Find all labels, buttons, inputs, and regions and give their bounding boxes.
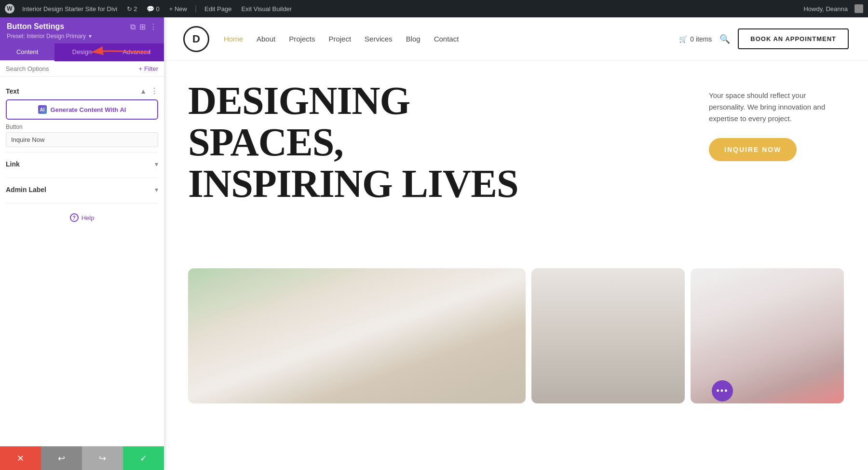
panel-tabs: Content Design Advanced bbox=[0, 43, 164, 61]
text-section-more-icon[interactable]: ⋮ bbox=[150, 86, 158, 96]
redo-button[interactable]: ↪ bbox=[82, 446, 123, 470]
hero-title-line3: INSPIRING LIVES bbox=[188, 163, 699, 205]
nav-item-services[interactable]: Services bbox=[365, 35, 393, 43]
link-section-chevron-icon: ▾ bbox=[155, 160, 158, 168]
admin-bar: W Interior Design Starter Site for Divi … bbox=[0, 0, 868, 17]
nav-item-projects[interactable]: Projects bbox=[289, 35, 315, 43]
comments-link[interactable]: 💬0 bbox=[145, 5, 161, 13]
panel-title: Button Settings bbox=[7, 22, 92, 31]
tab-design[interactable]: Design bbox=[54, 43, 109, 61]
nav-item-home[interactable]: Home bbox=[224, 35, 243, 43]
panel-search-bar: + Filter bbox=[0, 61, 164, 77]
preset-chevron-icon: ▾ bbox=[89, 33, 92, 40]
site-name-link[interactable]: Interior Design Starter Site for Divi bbox=[20, 5, 119, 13]
panel-preset-row: Preset: Interior Design Primary ▾ bbox=[7, 33, 92, 40]
preset-label[interactable]: Preset: Interior Design Primary bbox=[7, 33, 86, 40]
cart-count: 0 items bbox=[690, 35, 712, 43]
panel-footer: ✕ ↩ ↪ ✓ bbox=[0, 446, 164, 470]
panel-content: Text ▲ ⋮ AI Generate Content With AI But… bbox=[0, 77, 164, 446]
hero-section: DESIGNING SPACES, INSPIRING LIVES Your s… bbox=[164, 61, 868, 268]
redo-icon: ↪ bbox=[99, 453, 106, 464]
tab-content[interactable]: Content bbox=[0, 43, 54, 61]
filter-label: Filter bbox=[144, 65, 158, 72]
text-section-chevron-up-icon: ▲ bbox=[140, 87, 147, 95]
cart-area[interactable]: 🛒 0 items bbox=[679, 35, 712, 43]
dots-icon: ••• bbox=[717, 386, 729, 396]
gallery-image-2 bbox=[531, 268, 685, 403]
hero-title-line2: SPACES, bbox=[188, 122, 699, 163]
search-options-input[interactable] bbox=[6, 65, 135, 72]
revisions-link[interactable]: ↻2 bbox=[125, 5, 139, 13]
help-label: Help bbox=[81, 214, 95, 221]
gallery-image-1 bbox=[188, 268, 526, 403]
button-text-input[interactable] bbox=[6, 132, 158, 147]
site-menu: Home About Projects Project Services Blo… bbox=[224, 35, 459, 43]
user-avatar bbox=[854, 4, 863, 13]
gallery-image-3 bbox=[691, 268, 844, 403]
grid-icon[interactable]: ⊞ bbox=[139, 22, 146, 31]
text-section: Text ▲ ⋮ AI Generate Content With AI But… bbox=[6, 83, 158, 152]
wp-logo-icon[interactable]: W bbox=[5, 4, 14, 14]
hero-title-line1: DESIGNING bbox=[188, 80, 699, 122]
filter-plus-icon: + bbox=[139, 65, 143, 72]
link-section-title: Link bbox=[6, 160, 20, 168]
more-options-icon[interactable]: ⋮ bbox=[149, 22, 157, 31]
separator: | bbox=[195, 4, 197, 13]
filter-button[interactable]: + Filter bbox=[139, 65, 158, 72]
cancel-icon: ✕ bbox=[17, 453, 24, 464]
hero-left: DESIGNING SPACES, INSPIRING LIVES bbox=[188, 80, 699, 259]
tab-advanced[interactable]: Advanced bbox=[109, 43, 164, 61]
ai-button-label: Generate Content With AI bbox=[51, 106, 126, 113]
help-question-icon: ? bbox=[70, 213, 79, 222]
text-section-header[interactable]: Text ▲ ⋮ bbox=[6, 83, 158, 99]
float-dots-button[interactable]: ••• bbox=[712, 380, 733, 401]
left-panel: Button Settings Preset: Interior Design … bbox=[0, 17, 164, 470]
gallery-section: ••• bbox=[164, 268, 868, 413]
copy-icon[interactable]: ⧉ bbox=[130, 23, 136, 31]
nav-item-project[interactable]: Project bbox=[328, 35, 351, 43]
site-logo[interactable]: D bbox=[183, 26, 209, 52]
admin-label-section-title: Admin Label bbox=[6, 186, 46, 194]
ai-icon: AI bbox=[38, 105, 47, 114]
hero-tagline: Your space should reflect your personali… bbox=[709, 90, 844, 124]
main-content: D Home About Projects Project Services B… bbox=[164, 17, 868, 470]
text-section-title: Text bbox=[6, 87, 19, 95]
nav-item-about[interactable]: About bbox=[257, 35, 275, 43]
book-appointment-button[interactable]: BOOK AN APPOINTMENT bbox=[738, 28, 849, 49]
hero-title: DESIGNING SPACES, INSPIRING LIVES bbox=[188, 80, 699, 205]
exit-visual-builder-link[interactable]: Exit Visual Builder bbox=[239, 5, 294, 13]
gallery-img-interior-3 bbox=[691, 268, 844, 403]
help-section[interactable]: ? Help bbox=[6, 207, 158, 229]
button-field-label: Button bbox=[6, 124, 158, 130]
link-section-icons: ▾ bbox=[155, 160, 158, 168]
new-content-button[interactable]: + New bbox=[167, 5, 189, 13]
admin-label-section-header[interactable]: Admin Label ▾ bbox=[6, 181, 158, 198]
gallery-img-interior-2 bbox=[531, 268, 685, 403]
gallery-img-interior-1 bbox=[188, 268, 526, 403]
hero-right: Your space should reflect your personali… bbox=[699, 80, 844, 259]
cancel-button[interactable]: ✕ bbox=[0, 446, 41, 470]
admin-label-section-icons: ▾ bbox=[155, 186, 158, 194]
edit-page-link[interactable]: Edit Page bbox=[203, 5, 233, 13]
generate-ai-button[interactable]: AI Generate Content With AI bbox=[6, 99, 158, 120]
save-button[interactable]: ✓ bbox=[123, 446, 164, 470]
admin-label-chevron-icon: ▾ bbox=[155, 186, 158, 194]
nav-item-contact[interactable]: Contact bbox=[434, 35, 459, 43]
panel-header-icons: ⧉ ⊞ ⋮ bbox=[130, 22, 157, 31]
search-icon[interactable]: 🔍 bbox=[719, 34, 730, 44]
admin-bar-right: Howdy, Deanna bbox=[801, 4, 863, 13]
howdy-label: Howdy, Deanna bbox=[801, 5, 850, 13]
site-nav: D Home About Projects Project Services B… bbox=[164, 17, 868, 61]
link-section-header[interactable]: Link ▾ bbox=[6, 155, 158, 173]
undo-icon: ↩ bbox=[58, 453, 65, 464]
nav-item-blog[interactable]: Blog bbox=[406, 35, 420, 43]
text-section-icons: ▲ ⋮ bbox=[140, 86, 158, 96]
inquire-now-button[interactable]: INQUIRE NOW bbox=[709, 138, 797, 161]
site-nav-right: 🛒 0 items 🔍 BOOK AN APPOINTMENT bbox=[679, 28, 849, 49]
cart-icon: 🛒 bbox=[679, 35, 687, 43]
admin-label-section: Admin Label ▾ bbox=[6, 181, 158, 204]
panel-header: Button Settings Preset: Interior Design … bbox=[0, 17, 164, 43]
button-field-group: Button bbox=[6, 124, 158, 147]
undo-button[interactable]: ↩ bbox=[41, 446, 82, 470]
save-icon: ✓ bbox=[140, 453, 147, 464]
